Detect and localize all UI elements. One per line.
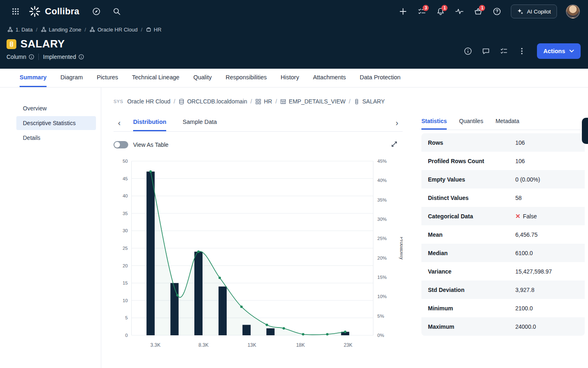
plus-glyph bbox=[399, 8, 407, 15]
collibra-logo[interactable]: Collibra bbox=[29, 5, 79, 18]
chevron-left-icon[interactable]: ‹ bbox=[114, 119, 125, 127]
sidebar-item-details[interactable]: Details bbox=[16, 131, 96, 145]
data-basket-icon[interactable]: 1 bbox=[471, 5, 486, 18]
title-section: SALARY Column Implemented bbox=[0, 35, 588, 60]
svg-text:8.3K: 8.3K bbox=[198, 342, 209, 348]
svg-text:45: 45 bbox=[122, 176, 128, 181]
statistics-panel: Statistics Quantiles Metadata Rows 106 P… bbox=[421, 114, 585, 336]
breadcrumb: 1. Data / Landing Zone / Oracle HR Cloud… bbox=[0, 23, 588, 35]
pulse-glyph bbox=[455, 7, 464, 16]
tab-sample-data[interactable]: Sample Data bbox=[183, 114, 217, 131]
ai-copilot-button[interactable]: AI Copilot bbox=[511, 4, 557, 18]
checklist-glyph bbox=[500, 47, 508, 55]
breadcrumb-item-hr[interactable]: HR bbox=[146, 27, 162, 33]
task-list-icon[interactable] bbox=[498, 45, 510, 58]
histogram-bar bbox=[243, 325, 251, 335]
breadcrumb-separator: / bbox=[85, 27, 86, 33]
probability-point bbox=[344, 330, 346, 333]
tab-history[interactable]: History bbox=[281, 69, 299, 87]
content-sheet: Summary Diagram Pictures Technical Linea… bbox=[0, 69, 588, 368]
view-as-table-row: View As Table bbox=[114, 141, 403, 149]
probability-point bbox=[266, 323, 268, 326]
tab-distribution[interactable]: Distribution bbox=[133, 114, 166, 131]
tab-statistics[interactable]: Statistics bbox=[421, 114, 447, 130]
expand-chart-icon[interactable] bbox=[391, 141, 398, 149]
view-as-table-toggle[interactable] bbox=[114, 141, 128, 148]
probability-point bbox=[149, 171, 152, 173]
kebab-menu-icon[interactable] bbox=[516, 45, 528, 58]
add-icon[interactable] bbox=[396, 5, 410, 18]
ai-copilot-label: AI Copilot bbox=[527, 9, 551, 15]
header: Collibra bbox=[0, 0, 588, 69]
comments-icon[interactable] bbox=[480, 45, 492, 58]
svg-text:45%: 45% bbox=[377, 159, 387, 164]
actions-button[interactable]: Actions bbox=[537, 43, 581, 59]
tasks-icon[interactable]: 3 bbox=[414, 5, 429, 18]
help-icon[interactable] bbox=[490, 5, 504, 18]
distribution-tabs: ‹ Distribution Sample Data › bbox=[114, 114, 403, 132]
crumb-column[interactable]: SALARY bbox=[354, 98, 385, 105]
tab-responsibilities[interactable]: Responsibilities bbox=[226, 69, 267, 87]
crumb-table[interactable]: EMP_DETAILS_VIEW bbox=[280, 98, 345, 105]
sidebar-item-descriptive-statistics[interactable]: Descriptive Statistics bbox=[16, 116, 96, 130]
column-asset-icon bbox=[7, 39, 16, 49]
crumb-system[interactable]: Oracle HR Cloud bbox=[127, 98, 171, 105]
notifications-bell-icon[interactable]: 1 bbox=[433, 5, 448, 18]
svg-text:35%: 35% bbox=[377, 197, 387, 202]
community-icon bbox=[89, 27, 95, 32]
svg-text:25%: 25% bbox=[377, 236, 387, 241]
statistics-table: Rows 106 Profiled Rows Count 106 Empty V… bbox=[421, 133, 585, 336]
chevron-right-icon[interactable]: › bbox=[391, 119, 403, 127]
probability-point bbox=[302, 333, 304, 335]
search-icon[interactable] bbox=[109, 5, 124, 18]
compass-glyph bbox=[92, 7, 101, 16]
tab-technical-lineage[interactable]: Technical Lineage bbox=[132, 69, 179, 87]
basket-badge: 1 bbox=[479, 5, 485, 11]
svg-text:23K: 23K bbox=[344, 342, 352, 348]
user-avatar[interactable] bbox=[566, 4, 580, 18]
info-icon[interactable] bbox=[78, 54, 84, 60]
view-as-table-label: View As Table bbox=[133, 141, 169, 148]
kebab-glyph bbox=[521, 47, 523, 55]
tab-attachments[interactable]: Attachments bbox=[313, 69, 346, 87]
table-row: Mean 6,456.75 bbox=[421, 225, 585, 244]
sparkle-icon bbox=[517, 8, 523, 15]
apps-grid-glyph bbox=[11, 7, 20, 16]
asset-info-icon[interactable] bbox=[462, 45, 474, 58]
activity-pulse-icon[interactable] bbox=[452, 5, 467, 18]
main-content: SYS Oracle HR Cloud / ORCLCDB.localdomai… bbox=[101, 88, 588, 368]
info-icon[interactable] bbox=[29, 54, 34, 60]
tab-summary[interactable]: Summary bbox=[20, 69, 47, 87]
table-row: Categorical Data ✕ False bbox=[421, 207, 585, 225]
svg-text:30%: 30% bbox=[377, 217, 387, 222]
breadcrumb-item-oracle-hr-cloud[interactable]: Oracle HR Cloud bbox=[89, 27, 138, 33]
svg-text:25: 25 bbox=[122, 246, 128, 251]
tab-quality[interactable]: Quality bbox=[193, 69, 212, 87]
compass-icon[interactable] bbox=[89, 5, 104, 18]
app-root: Collibra bbox=[0, 0, 588, 368]
asset-status-label: Implemented bbox=[43, 54, 76, 60]
crumb-schema[interactable]: HR bbox=[255, 98, 272, 105]
tab-data-protection[interactable]: Data Protection bbox=[360, 69, 401, 87]
breadcrumb-item-landing-zone[interactable]: Landing Zone bbox=[41, 27, 82, 33]
resource-center-tab[interactable] bbox=[582, 118, 588, 144]
breadcrumb-separator: / bbox=[141, 27, 143, 33]
apps-grid-icon[interactable] bbox=[8, 5, 23, 18]
tab-quantiles[interactable]: Quantiles bbox=[459, 114, 483, 130]
histogram-bar bbox=[170, 283, 178, 335]
technical-breadcrumb: SYS Oracle HR Cloud / ORCLCDB.localdomai… bbox=[114, 98, 588, 105]
svg-text:5%: 5% bbox=[377, 314, 384, 319]
tab-pictures[interactable]: Pictures bbox=[97, 69, 118, 87]
table-icon bbox=[280, 99, 286, 105]
table-row: Maximum 24000.0 bbox=[421, 317, 585, 336]
tab-metadata[interactable]: Metadata bbox=[495, 114, 519, 130]
svg-text:30: 30 bbox=[122, 228, 128, 233]
svg-text:50: 50 bbox=[122, 159, 128, 164]
crumb-database[interactable]: ORCLCDB.localdomain bbox=[178, 98, 247, 105]
table-row: Rows 106 bbox=[421, 133, 585, 152]
svg-text:Probability: Probability bbox=[399, 237, 403, 260]
tab-diagram[interactable]: Diagram bbox=[60, 69, 83, 87]
help-glyph bbox=[493, 7, 501, 16]
sidebar-item-overview[interactable]: Overview bbox=[16, 101, 96, 115]
breadcrumb-item-data[interactable]: 1. Data bbox=[7, 27, 33, 33]
